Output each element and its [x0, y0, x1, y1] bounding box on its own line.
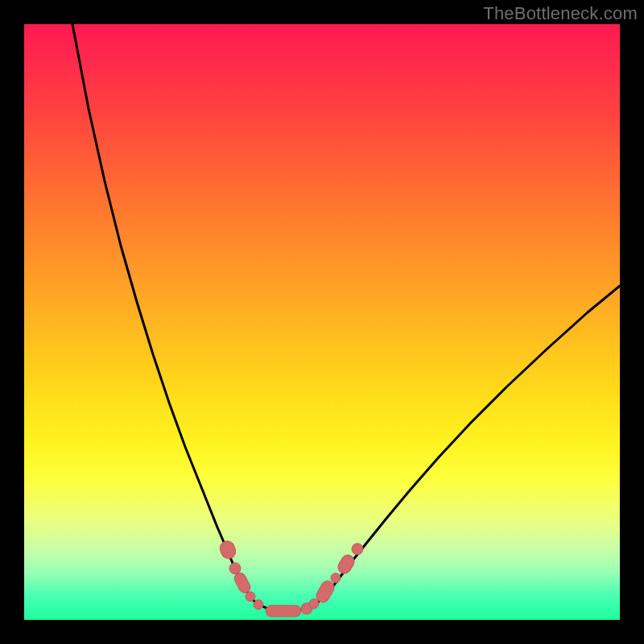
curve-svg	[24, 24, 620, 620]
valley-marker	[233, 571, 253, 595]
valley-marker	[309, 599, 319, 609]
valley-marker	[246, 592, 255, 601]
valley-marker	[352, 543, 363, 555]
outer-frame: TheBottleneck.com	[0, 0, 644, 644]
valley-marker	[218, 539, 238, 560]
plot-area	[24, 24, 620, 620]
valley-marker	[254, 600, 263, 609]
valley-markers	[218, 539, 363, 617]
bottleneck-curve	[72, 24, 620, 611]
curve-line	[72, 24, 620, 611]
valley-marker	[229, 563, 241, 574]
watermark-text: TheBottleneck.com	[483, 3, 638, 24]
valley-marker	[336, 553, 357, 576]
valley-marker	[331, 573, 341, 583]
valley-marker	[266, 605, 301, 617]
